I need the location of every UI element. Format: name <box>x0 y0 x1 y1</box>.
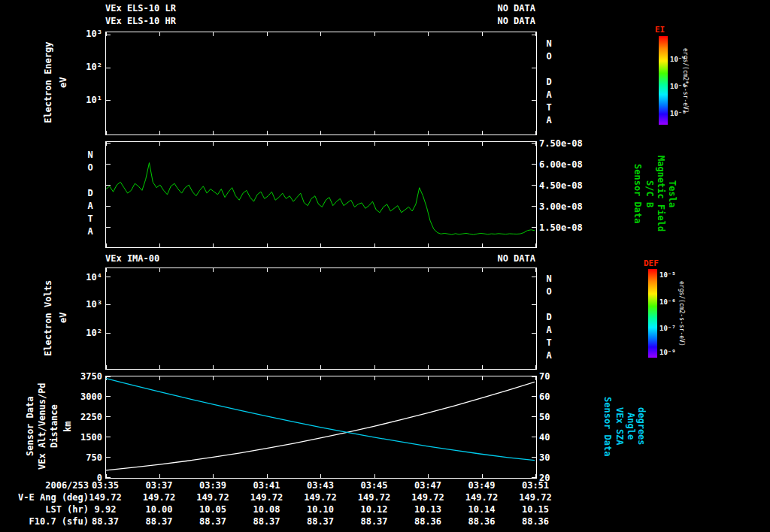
axis-tick-mark <box>106 35 111 35</box>
magnetic-field-chart <box>106 142 535 246</box>
panel1-nodata-label: NO DATA <box>543 32 555 134</box>
row-value: 88.37 <box>360 516 387 527</box>
panel1-status-hr: NO DATA <box>105 16 535 26</box>
vex-quicklook-screen: VEx ELS-10 LR NO DATA VEx ELS-10 HR NO D… <box>0 0 770 532</box>
row-value: 149.72 <box>411 492 444 503</box>
axis-tick-mark <box>320 365 321 369</box>
axis-tick-mark <box>106 131 107 135</box>
axis-tick-mark <box>428 32 429 36</box>
axis-tick-mark <box>106 277 111 277</box>
axis-tick-mark <box>428 365 429 369</box>
axis-tick-mark <box>159 268 160 272</box>
row-value: 88.37 <box>92 516 119 527</box>
colorbar2-tick: 10⁻⁹ <box>659 349 676 356</box>
time-tick: 03:35 <box>92 480 119 491</box>
colorbar2-unit-label: ergs/(cm2-s-sr-eV) <box>677 269 686 358</box>
altitude-line <box>106 382 535 470</box>
axis-tick-mark <box>535 365 536 369</box>
row-value: 149.72 <box>358 492 390 503</box>
sza-line <box>106 379 535 461</box>
row-value: 88.37 <box>307 516 334 527</box>
panel4-ytick-left: 3750 <box>72 371 102 382</box>
panel3-ytick: 10² <box>72 328 102 338</box>
row-label-lst: LST (hr) <box>0 504 89 515</box>
axis-tick-mark <box>532 477 536 478</box>
axis-tick-mark <box>213 32 214 36</box>
panel2-ytick: 6.00e-08 <box>539 159 583 170</box>
row-value: 88.36 <box>522 516 549 527</box>
axis-tick-mark <box>320 131 321 135</box>
time-tick: 03:43 <box>307 480 334 491</box>
colorbar2 <box>648 269 657 358</box>
axis-tick-mark <box>106 365 107 369</box>
row-value: 10.14 <box>468 504 495 515</box>
panel1-ytick: 10¹ <box>72 95 102 105</box>
panel4-right-label-2: VEx SZA <box>614 376 626 477</box>
axis-tick-mark <box>320 32 321 36</box>
axis-tick-mark <box>213 365 214 369</box>
colorbar1-unit-label: ergs/(cm2*s-sr-eV) <box>681 36 690 125</box>
row-value: 88.36 <box>468 516 495 527</box>
axis-tick-mark <box>482 32 483 36</box>
panel4-ytick-left: 1500 <box>72 432 102 443</box>
axis-tick-mark <box>106 268 107 272</box>
time-tick-row: 03:35 03:37 03:39 03:41 03:43 03:45 03:4… <box>105 480 535 491</box>
panel4-ytick-left: 2250 <box>72 412 102 422</box>
panel4-ytick-right: 40 <box>539 432 550 443</box>
panel4-ytick-right: 60 <box>539 391 550 402</box>
colorbar2-title: DEF <box>644 258 659 268</box>
row-value: 149.72 <box>519 492 551 503</box>
row-value: 9.92 <box>95 504 117 515</box>
axis-tick-mark <box>532 35 536 35</box>
axis-tick-mark <box>482 131 483 135</box>
panel2-ytick: 1.50e-08 <box>539 222 583 233</box>
panel3-nodata-label: NO DATA <box>543 268 555 368</box>
axis-tick-mark <box>159 32 160 36</box>
panel3-ylabel-unit: eV <box>57 268 69 368</box>
panel4-ytick-right: 50 <box>539 412 550 422</box>
panel4-ytick-right: 70 <box>539 371 550 382</box>
panel4-left-label-3: Distance <box>48 376 60 477</box>
date-label: 2006/253 <box>0 480 89 491</box>
axis-tick-mark <box>106 333 111 334</box>
axis-tick-mark <box>320 268 321 272</box>
time-tick: 03:37 <box>145 480 172 491</box>
row-value: 88.37 <box>253 516 280 527</box>
row-value: 10.12 <box>360 504 387 515</box>
axis-tick-mark <box>267 268 268 272</box>
panel2-ytick: 3.00e-08 <box>539 201 583 212</box>
row-value: 149.72 <box>250 492 283 503</box>
panel4-left-label-1: Sensor Data <box>24 376 36 477</box>
row-label-ve-ang: V-E Ang (deg) <box>0 492 89 503</box>
panel2-ytick: 4.50e-08 <box>539 180 583 191</box>
row-value: 88.37 <box>199 516 226 527</box>
colorbar2-tick: 10⁻⁵ <box>659 271 676 279</box>
panel3-status: NO DATA <box>105 253 535 264</box>
panel2-tesla-label: Tesla <box>666 141 678 246</box>
axis-tick-mark <box>374 32 375 36</box>
axis-tick-mark <box>267 365 268 369</box>
time-tick: 03:41 <box>253 480 280 491</box>
row-value: 88.37 <box>145 516 172 527</box>
row-lst: 9.92 10.00 10.05 10.08 10.10 10.12 10.13… <box>105 504 535 515</box>
row-value: 10.15 <box>522 504 549 515</box>
axis-tick-mark <box>535 243 536 247</box>
time-tick: 03:49 <box>468 480 495 491</box>
row-value: 88.36 <box>414 516 441 527</box>
panel2-sensor-label: Sensor Data <box>632 141 644 246</box>
axis-tick-mark <box>428 268 429 272</box>
time-tick: 03:39 <box>199 480 226 491</box>
axis-tick-mark <box>532 68 536 68</box>
panel1-ytick: 10² <box>72 62 102 72</box>
panel2-magfield-label: Magnetic Field <box>655 141 667 246</box>
colorbar2-tick: 10⁻⁶ <box>659 298 676 306</box>
row-f107: 88.37 88.37 88.37 88.37 88.37 88.37 88.3… <box>105 516 535 527</box>
row-value: 10.00 <box>145 504 172 515</box>
axis-tick-mark <box>535 131 536 135</box>
row-value: 149.72 <box>465 492 498 503</box>
axis-tick-mark <box>532 304 536 305</box>
axis-tick-mark <box>482 268 483 272</box>
row-value: 10.10 <box>307 504 334 515</box>
axis-tick-mark <box>106 68 111 68</box>
panel2-ytick: 7.50e-08 <box>539 138 583 149</box>
